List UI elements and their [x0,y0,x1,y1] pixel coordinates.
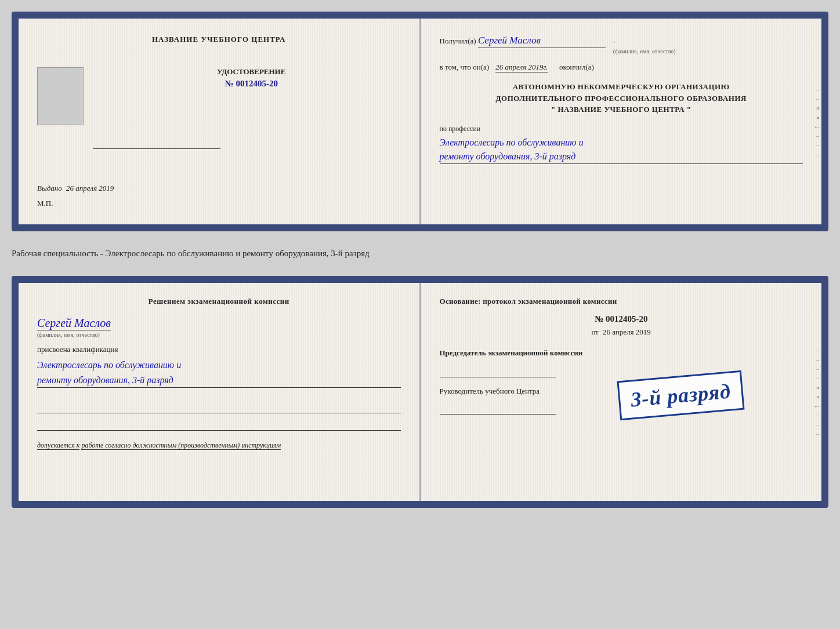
cert1-okonchil-label: окончил(а) [559,63,594,71]
cert1-photo [37,67,84,125]
cert2-osnovanie-label: Основание: протокол экзаменационной коми… [440,297,803,306]
certificate-card-1: НАЗВАНИЕ УЧЕБНОГО ЦЕНТРА УДОСТОВЕРЕНИЕ №… [12,12,828,231]
cert2-prisvoena-label: присвоена квалификация [37,345,401,354]
cert2-qualification: Электрослесарь по обслуживанию и ремонту… [37,358,401,388]
certificate-card-2: Решением экзаменационной комиссии Сергей… [12,276,828,508]
cert1-left-panel: НАЗВАНИЕ УЧЕБНОГО ЦЕНТРА УДОСТОВЕРЕНИЕ №… [19,19,419,224]
separator-text: Рабочая специальность - Электрослесарь п… [12,242,828,266]
cert1-udostoverenie-label: УДОСТОВЕРЕНИЕ [102,67,401,77]
cert2-ot-prefix: от [592,328,599,336]
cert1-org-name: " НАЗВАНИЕ УЧЕБНОГО ЦЕНТРА " [440,104,803,115]
cert2-predsedatel-block: Председатель экзаменационной комиссии [440,348,803,377]
cert2-sig-line-1 [37,399,401,413]
cert2-rukovoditel-sig [440,398,556,415]
page-wrapper: НАЗВАНИЕ УЧЕБНОГО ЦЕНТРА УДОСТОВЕРЕНИЕ №… [12,12,828,508]
cert1-issued-label: Выдано [37,184,62,192]
cert1-org-line2: ДОПОЛНИТЕЛЬНОГО ПРОФЕССИОНАЛЬНОГО ОБРАЗО… [440,93,803,104]
cert2-ot-date: от 26 апреля 2019 [440,328,803,337]
cert2-fio-label: (фамилия, имя, отчество) [37,332,401,338]
cert1-poluchil-label: Получил(а) [440,37,476,45]
cert1-profession: Электрослесарь по обслуживанию и ремонту… [440,136,803,164]
cert1-vtom-line: в том, что он(а) 26 апреля 2019г. окончи… [440,63,803,72]
cert1-number: № 0012405-20 [102,79,401,89]
cert2-sig-lines [37,399,401,431]
cert2-side-decorations: – – – – и а ‹– – – – [810,283,821,501]
cert1-dash: – [612,37,616,45]
cert2-title: Решением экзаменационной комиссии [37,297,401,306]
cert1-issued-date: 26 апреля 2019 [66,184,114,192]
cert1-org-line1: АВТОНОМНУЮ НЕКОММЕРЧЕСКУЮ ОРГАНИЗАЦИЮ [440,81,803,93]
cert2-ot-date-value: 26 апреля 2019 [603,328,651,336]
cert1-fio-label: (фамилия, имя, отчество) [486,48,803,54]
cert2-name: Сергей Маслов [37,317,111,330]
cert1-issued-line: Выдано 26 апреля 2019 [37,184,401,193]
cert1-org-block: АВТОНОМНУЮ НЕКОММЕРЧЕСКУЮ ОРГАНИЗАЦИЮ ДО… [440,81,803,115]
cert1-right-panel: Получил(а) Сергей Маслов – (фамилия, имя… [421,19,822,224]
cert1-recipient-name: Сергей Маслов [478,35,606,48]
cert2-right-panel: Основание: протокол экзаменационной коми… [421,283,822,501]
cert1-profession-line2: ремонту оборудования, 3-й разряд [440,151,576,161]
cert1-vtom-date: 26 апреля 2019г. [495,63,548,72]
cert1-side-decorations: – – и а ‹– – – – [810,19,821,224]
cert1-profession-line1: Электрослесарь по обслуживанию и [440,137,584,147]
cert1-mp: М.П. [37,199,401,208]
cert2-name-block: Сергей Маслов (фамилия, имя, отчество) [37,317,401,338]
cert2-qual-line2: ремонту оборудования, 3-й разряд [37,375,173,385]
cert2-sig-line-2 [37,417,401,431]
cert1-po-professii-label: по профессии [440,125,803,133]
cert2-predsedatel-sig [440,361,556,377]
cert2-predsedatel-label: Председатель экзаменационной комиссии [440,348,803,358]
cert1-school-title: НАЗВАНИЕ УЧЕБНОГО ЦЕНТРА [37,35,401,44]
cert2-dopuskaetsya-prefix: допускается к [37,441,79,450]
cert2-dopuskaetsya-text: работе согласно должностным (производств… [81,441,281,450]
cert2-left-panel: Решением экзаменационной комиссии Сергей… [19,283,419,501]
cert2-qual-line1: Электрослесарь по обслуживанию и [37,360,181,370]
cert1-vtom-label: в том, что он(а) [440,63,490,71]
cert2-dopuskaetsya: допускается к работе согласно должностны… [37,440,401,450]
cert2-protocol-num: № 0012405-20 [440,314,803,324]
stamp-text: 3-й разряд [629,380,732,412]
cert1-poluchil: Получил(а) Сергей Маслов – (фамилия, имя… [440,35,803,54]
